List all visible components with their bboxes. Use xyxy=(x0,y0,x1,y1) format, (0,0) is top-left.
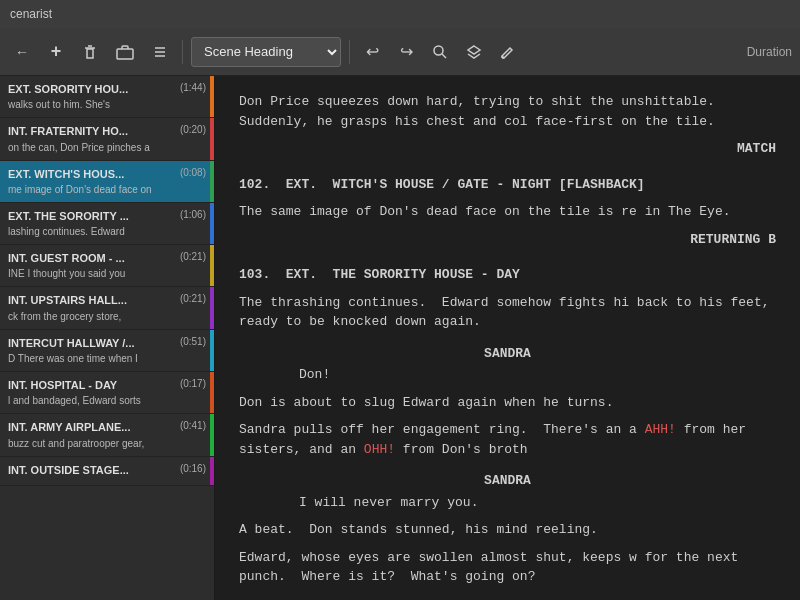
sidebar-item-title-7: INT. HOSPITAL - DAY xyxy=(8,378,176,392)
sidebar-item-duration-1: (0:20) xyxy=(180,124,206,135)
action-line-3: The thrashing continues. Edward somehow … xyxy=(239,293,776,332)
red-text-ohh: OHH! xyxy=(364,442,395,457)
sidebar-item-5[interactable]: INT. UPSTAIRS HALL...(0:21)ck from the g… xyxy=(0,287,214,329)
character-sandra-1: SANDRA xyxy=(239,344,776,364)
back-button[interactable]: ← xyxy=(8,37,36,67)
sidebar-item-9[interactable]: INT. OUTSIDE STAGE...(0:16) xyxy=(0,457,214,486)
delete-button[interactable] xyxy=(76,37,104,67)
sidebar-item-title-2: EXT. WITCH'S HOUS... xyxy=(8,167,176,181)
sidebar-item-title-0: EXT. SORORITY HOU... xyxy=(8,82,176,96)
sidebar-item-duration-4: (0:21) xyxy=(180,251,206,262)
sidebar-item-title-3: EXT. THE SORORITY ... xyxy=(8,209,176,223)
sidebar-color-bar-6 xyxy=(210,330,214,371)
sidebar-item-header-9: INT. OUTSIDE STAGE...(0:16) xyxy=(8,463,206,477)
sidebar-color-bar-2 xyxy=(210,161,214,202)
edit-icon xyxy=(500,44,516,60)
search-icon xyxy=(432,44,448,60)
sidebar-item-duration-3: (1:06) xyxy=(180,209,206,220)
sidebar-item-duration-7: (0:17) xyxy=(180,378,206,389)
sidebar-color-bar-1 xyxy=(210,118,214,159)
sidebar-item-duration-2: (0:08) xyxy=(180,167,206,178)
match-cut-1: MATCH xyxy=(239,139,776,159)
sidebar-item-6[interactable]: INTERCUT HALLWAY /...(0:51)D There was o… xyxy=(0,330,214,372)
sidebar-item-header-6: INTERCUT HALLWAY /...(0:51) xyxy=(8,336,206,350)
sidebar-item-3[interactable]: EXT. THE SORORITY ...(1:06)lashing conti… xyxy=(0,203,214,245)
layers-button[interactable] xyxy=(460,37,488,67)
briefcase-button[interactable] xyxy=(110,37,140,67)
sidebar-item-preview-0: walks out to him. She's xyxy=(8,98,206,111)
toolbar: ← + Scene Heading Action Character Dialo… xyxy=(0,28,800,76)
sidebar-item-header-7: INT. HOSPITAL - DAY(0:17) xyxy=(8,378,206,392)
sidebar-item-title-6: INTERCUT HALLWAY /... xyxy=(8,336,176,350)
separator-2 xyxy=(349,40,350,64)
sidebar-color-bar-3 xyxy=(210,203,214,244)
dialogue-never-marry: I will never marry you. xyxy=(299,493,716,513)
sidebar-color-bar-7 xyxy=(210,372,214,413)
sidebar-item-preview-1: on the can, Don Price pinches a xyxy=(8,141,206,154)
action-line-7: Edward, whose eyes are swollen almost sh… xyxy=(239,548,776,587)
sidebar-item-title-8: INT. ARMY AIRPLANE... xyxy=(8,420,176,434)
sidebar-item-0[interactable]: EXT. SORORITY HOU...(1:44)walks out to h… xyxy=(0,76,214,118)
sidebar-color-bar-8 xyxy=(210,414,214,455)
sidebar-item-title-5: INT. UPSTAIRS HALL... xyxy=(8,293,176,307)
sidebar-item-header-8: INT. ARMY AIRPLANE...(0:41) xyxy=(8,420,206,434)
scene-header-102: 102. EXT. WITCH'S HOUSE / GATE - NIGHT [… xyxy=(239,175,776,195)
sidebar-item-preview-7: l and bandaged, Edward sorts xyxy=(8,394,206,407)
sidebar-item-header-4: INT. GUEST ROOM - ...(0:21) xyxy=(8,251,206,265)
redo-button[interactable]: ↪ xyxy=(392,37,420,67)
sidebar-color-bar-4 xyxy=(210,245,214,286)
character-sandra-2: SANDRA xyxy=(239,471,776,491)
action-line-4: Don is about to slug Edward again when h… xyxy=(239,393,776,413)
sidebar-item-2[interactable]: EXT. WITCH'S HOUS...(0:08)me image of Do… xyxy=(0,161,214,203)
script-content: Don Price squeezes down hard, trying to … xyxy=(239,92,776,600)
returning-back: RETURNING B xyxy=(239,230,776,250)
title-bar: cenarist xyxy=(0,0,800,28)
duration-label: Duration xyxy=(747,45,792,59)
sidebar-color-bar-9 xyxy=(210,457,214,485)
sidebar-item-duration-8: (0:41) xyxy=(180,420,206,431)
script-area[interactable]: Don Price squeezes down hard, trying to … xyxy=(215,76,800,600)
sidebar-item-title-9: INT. OUTSIDE STAGE... xyxy=(8,463,176,477)
edit-button[interactable] xyxy=(494,37,522,67)
layers-icon xyxy=(466,44,482,60)
action-line-1: Don Price squeezes down hard, trying to … xyxy=(239,92,776,131)
briefcase-icon xyxy=(116,44,134,60)
list-button[interactable] xyxy=(146,37,174,67)
sidebar-item-8[interactable]: INT. ARMY AIRPLANE...(0:41)buzz cut and … xyxy=(0,414,214,456)
add-button[interactable]: + xyxy=(42,37,70,67)
action-line-6: A beat. Don stands stunned, his mind ree… xyxy=(239,520,776,540)
sidebar-item-duration-6: (0:51) xyxy=(180,336,206,347)
sidebar-item-4[interactable]: INT. GUEST ROOM - ...(0:21)INE I thought… xyxy=(0,245,214,287)
sidebar-item-header-1: INT. FRATERNITY HO...(0:20) xyxy=(8,124,206,138)
app-title: cenarist xyxy=(10,7,52,21)
svg-rect-3 xyxy=(117,49,133,59)
action-line-2: The same image of Don's dead face on the… xyxy=(239,202,776,222)
sidebar-item-preview-2: me image of Don's dead face on xyxy=(8,183,206,196)
sidebar-item-title-1: INT. FRATERNITY HO... xyxy=(8,124,176,138)
undo-button[interactable]: ↩ xyxy=(358,37,386,67)
separator-1 xyxy=(182,40,183,64)
scene-heading-select[interactable]: Scene Heading Action Character Dialogue … xyxy=(191,37,341,67)
sidebar-item-header-0: EXT. SORORITY HOU...(1:44) xyxy=(8,82,206,96)
sidebar-item-duration-0: (1:44) xyxy=(180,82,206,93)
sidebar-item-1[interactable]: INT. FRATERNITY HO...(0:20)on the can, D… xyxy=(0,118,214,160)
red-text-ahh: AHH! xyxy=(645,422,676,437)
sidebar-item-duration-9: (0:16) xyxy=(180,463,206,474)
sidebar-color-bar-5 xyxy=(210,287,214,328)
sidebar-item-header-5: INT. UPSTAIRS HALL...(0:21) xyxy=(8,293,206,307)
sidebar-item-title-4: INT. GUEST ROOM - ... xyxy=(8,251,176,265)
sidebar-item-preview-5: ck from the grocery store, xyxy=(8,310,206,323)
svg-rect-0 xyxy=(87,49,93,58)
sidebar-item-7[interactable]: INT. HOSPITAL - DAY(0:17)l and bandaged,… xyxy=(0,372,214,414)
sidebar-item-header-2: EXT. WITCH'S HOUS...(0:08) xyxy=(8,167,206,181)
sidebar-color-bar-0 xyxy=(210,76,214,117)
trash-icon xyxy=(82,44,98,60)
list-icon xyxy=(152,44,168,60)
svg-marker-9 xyxy=(468,46,480,54)
sidebar-item-preview-3: lashing continues. Edward xyxy=(8,225,206,238)
search-button[interactable] xyxy=(426,37,454,67)
svg-point-7 xyxy=(434,46,443,55)
action-line-5: Sandra pulls off her engagement ring. Th… xyxy=(239,420,776,459)
sidebar[interactable]: EXT. SORORITY HOU...(1:44)walks out to h… xyxy=(0,76,215,600)
sidebar-item-preview-6: D There was one time when I xyxy=(8,352,206,365)
